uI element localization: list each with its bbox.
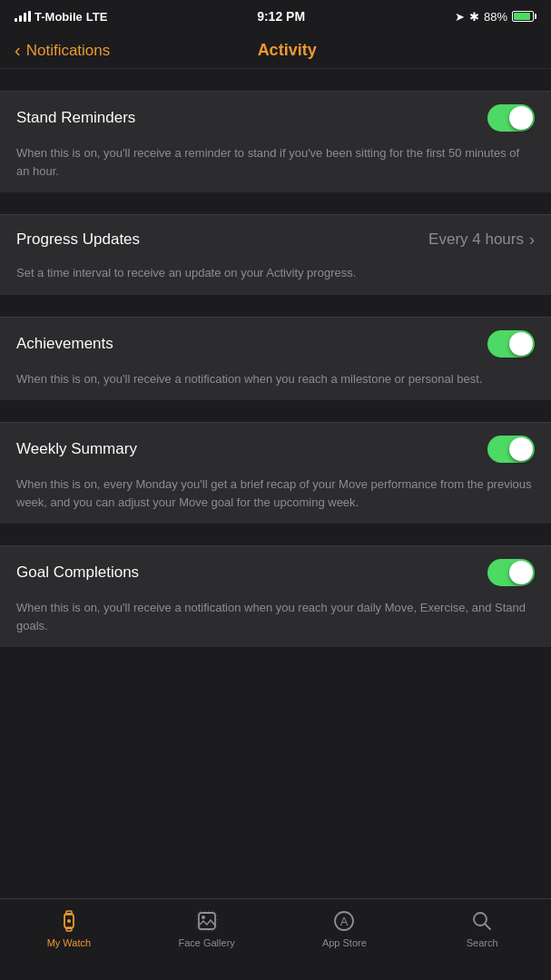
goal-completions-row: Goal Completions bbox=[0, 546, 551, 599]
svg-point-3 bbox=[67, 919, 71, 923]
content-area: Stand Reminders When this is on, you'll … bbox=[0, 69, 551, 729]
achievements-toggle[interactable] bbox=[487, 330, 535, 358]
bluetooth-icon: ✱ bbox=[469, 10, 479, 24]
carrier-name: T-Mobile bbox=[34, 10, 83, 24]
stand-reminders-row: Stand Reminders bbox=[0, 92, 551, 144]
goal-completions-label: Goal Completions bbox=[16, 564, 139, 582]
progress-updates-row[interactable]: Progress Updates Every 4 hours › bbox=[0, 215, 551, 264]
carrier-info: T-Mobile LTE bbox=[15, 10, 107, 24]
section-gap-1 bbox=[0, 69, 551, 91]
svg-rect-4 bbox=[199, 913, 215, 929]
app-store-tab-label: App Store bbox=[322, 937, 367, 948]
progress-updates-description: Set a time interval to receive an update… bbox=[0, 264, 551, 295]
weekly-summary-toggle[interactable] bbox=[487, 436, 535, 463]
my-watch-icon bbox=[56, 908, 82, 934]
stand-reminders-block: Stand Reminders When this is on, you'll … bbox=[0, 91, 551, 192]
section-gap-3 bbox=[0, 295, 551, 317]
stand-reminders-label: Stand Reminders bbox=[16, 109, 135, 127]
svg-rect-1 bbox=[66, 911, 72, 915]
status-bar: T-Mobile LTE 9:12 PM ➤ ✱ 88% bbox=[0, 0, 551, 33]
battery-percent: 88% bbox=[484, 10, 507, 24]
svg-line-10 bbox=[486, 925, 491, 930]
network-type: LTE bbox=[86, 10, 108, 24]
tab-bar: My Watch Face Gallery A App Store bbox=[0, 898, 551, 980]
weekly-summary-description: When this is on, every Monday you'll get… bbox=[0, 475, 551, 524]
achievements-label: Achievements bbox=[16, 335, 113, 353]
page-title: Activity bbox=[110, 41, 464, 60]
tab-app-store[interactable]: A App Store bbox=[276, 908, 414, 948]
status-icons: ➤ ✱ 88% bbox=[455, 10, 536, 24]
achievements-block: Achievements When this is on, you'll rec… bbox=[0, 317, 551, 401]
progress-updates-value: Every 4 hours bbox=[428, 230, 524, 249]
location-icon: ➤ bbox=[455, 10, 465, 24]
achievements-description: When this is on, you'll receive a notifi… bbox=[0, 370, 551, 401]
weekly-summary-row: Weekly Summary bbox=[0, 423, 551, 475]
battery-icon bbox=[512, 11, 536, 22]
toggle-knob-goal bbox=[509, 561, 533, 584]
svg-rect-2 bbox=[66, 927, 72, 931]
toggle-knob bbox=[509, 106, 533, 130]
progress-updates-value-area: Every 4 hours › bbox=[428, 230, 535, 250]
progress-updates-label: Progress Updates bbox=[16, 230, 140, 249]
my-watch-tab-label: My Watch bbox=[47, 937, 92, 948]
stand-reminders-toggle[interactable] bbox=[487, 104, 535, 132]
app-store-icon: A bbox=[331, 908, 357, 934]
stand-reminders-description: When this is on, you'll receive a remind… bbox=[0, 144, 551, 192]
search-tab-label: Search bbox=[467, 937, 498, 948]
back-button[interactable]: ‹ Notifications bbox=[15, 40, 110, 61]
svg-text:A: A bbox=[340, 915, 349, 928]
toggle-knob-achievements bbox=[509, 332, 533, 356]
svg-point-5 bbox=[202, 916, 205, 919]
signal-icon bbox=[15, 11, 31, 22]
tab-my-watch[interactable]: My Watch bbox=[0, 908, 138, 948]
progress-updates-block: Progress Updates Every 4 hours › Set a t… bbox=[0, 214, 551, 295]
face-gallery-icon bbox=[194, 908, 220, 934]
tab-search[interactable]: Search bbox=[413, 908, 551, 948]
section-gap-4 bbox=[0, 400, 551, 422]
progress-updates-chevron-icon: › bbox=[529, 230, 535, 250]
weekly-summary-label: Weekly Summary bbox=[16, 440, 137, 458]
back-chevron-icon: ‹ bbox=[15, 40, 21, 61]
section-gap-5 bbox=[0, 524, 551, 545]
status-time: 9:12 PM bbox=[257, 9, 305, 24]
navigation-bar: ‹ Notifications Activity bbox=[0, 33, 551, 69]
goal-completions-toggle[interactable] bbox=[487, 559, 535, 586]
face-gallery-tab-label: Face Gallery bbox=[178, 937, 234, 948]
toggle-knob-weekly bbox=[509, 437, 533, 461]
achievements-row: Achievements bbox=[0, 318, 551, 370]
section-gap-2 bbox=[0, 192, 551, 214]
weekly-summary-block: Weekly Summary When this is on, every Mo… bbox=[0, 422, 551, 524]
goal-completions-description: When this is on, you'll receive a notifi… bbox=[0, 599, 551, 647]
search-icon bbox=[469, 908, 495, 934]
tab-face-gallery[interactable]: Face Gallery bbox=[138, 908, 276, 948]
goal-completions-block: Goal Completions When this is on, you'll… bbox=[0, 545, 551, 647]
back-label: Notifications bbox=[26, 42, 111, 60]
